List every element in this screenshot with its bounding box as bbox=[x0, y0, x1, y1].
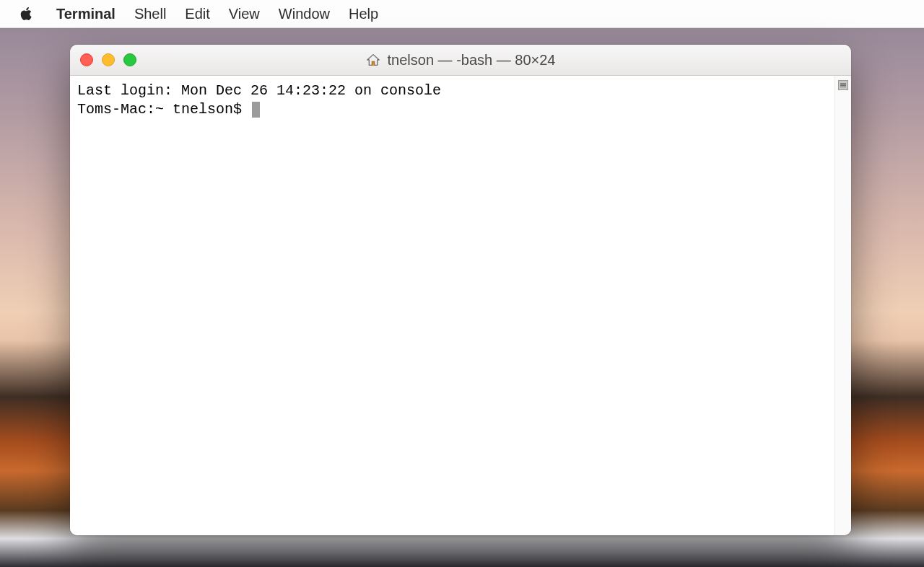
window-title: tnelson — -bash — 80×24 bbox=[366, 52, 556, 69]
terminal-window: tnelson — -bash — 80×24 Last login: Mon … bbox=[70, 45, 851, 535]
text-cursor bbox=[252, 102, 260, 118]
menu-view[interactable]: View bbox=[229, 6, 260, 22]
window-title-text: tnelson — -bash — 80×24 bbox=[388, 52, 556, 69]
desktop: Terminal Shell Edit View Window Help tne… bbox=[0, 0, 924, 567]
app-name[interactable]: Terminal bbox=[56, 6, 116, 22]
shell-prompt: Toms-Mac:~ tnelson$ bbox=[77, 100, 250, 119]
window-content: Last login: Mon Dec 26 14:23:22 on conso… bbox=[70, 76, 851, 535]
traffic-lights bbox=[80, 45, 136, 75]
close-button[interactable] bbox=[80, 53, 93, 66]
zoom-button[interactable] bbox=[123, 53, 136, 66]
shell-prompt-line: Toms-Mac:~ tnelson$ bbox=[77, 100, 827, 119]
terminal-output[interactable]: Last login: Mon Dec 26 14:23:22 on conso… bbox=[70, 76, 834, 535]
menu-shell[interactable]: Shell bbox=[134, 6, 166, 22]
window-titlebar[interactable]: tnelson — -bash — 80×24 bbox=[70, 45, 851, 76]
apple-menu[interactable] bbox=[19, 6, 33, 22]
minimize-button[interactable] bbox=[102, 53, 115, 66]
last-login-line: Last login: Mon Dec 26 14:23:22 on conso… bbox=[77, 82, 441, 99]
menu-bar: Terminal Shell Edit View Window Help bbox=[0, 0, 924, 28]
menu-window[interactable]: Window bbox=[279, 6, 330, 22]
menu-edit[interactable]: Edit bbox=[185, 6, 209, 22]
apple-logo-icon bbox=[19, 6, 33, 22]
scrollbar[interactable] bbox=[834, 76, 851, 535]
scroll-indicator-icon bbox=[838, 80, 848, 90]
menu-help[interactable]: Help bbox=[349, 6, 378, 22]
svg-rect-0 bbox=[372, 61, 374, 65]
home-icon bbox=[366, 53, 380, 66]
